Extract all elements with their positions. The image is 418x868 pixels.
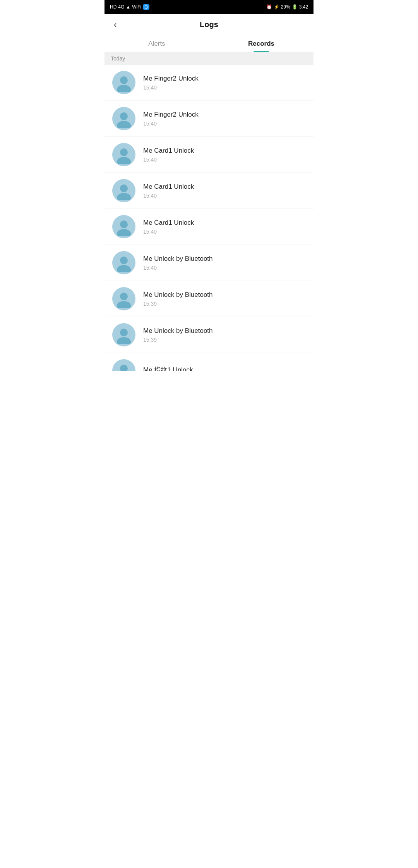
avatar <box>112 251 135 274</box>
svg-point-16 <box>120 365 128 372</box>
record-title: Me Card1 Unlock <box>143 147 306 155</box>
svg-point-0 <box>120 76 128 84</box>
list-item: Me Unlock by Bluetooth 15:39 <box>104 317 314 353</box>
record-list: Me Finger2 Unlock 15:40 Me Finger2 Unloc… <box>104 65 314 383</box>
list-item: Me Card1 Unlock 15:40 <box>104 137 314 173</box>
avatar <box>112 287 135 310</box>
svg-point-4 <box>120 148 128 156</box>
wifi-icon: WiFi <box>132 4 141 10</box>
record-title: Me Card1 Unlock <box>143 219 306 227</box>
svg-point-6 <box>120 184 128 192</box>
svg-point-10 <box>120 257 128 264</box>
list-item: Me Unlock by Bluetooth 15:40 <box>104 245 314 281</box>
svg-point-15 <box>117 337 131 344</box>
record-title: Me Card1 Unlock <box>143 183 306 191</box>
battery-icon: 🔋 <box>292 4 298 10</box>
record-title: Me 指纹1 Unlock <box>143 365 306 374</box>
avatar <box>112 215 135 238</box>
record-title: Me Unlock by Bluetooth <box>143 255 306 263</box>
battery-percent: 29% <box>281 4 290 10</box>
svg-point-13 <box>117 301 131 308</box>
svg-point-7 <box>117 193 131 200</box>
record-info: Me Card1 Unlock 15:40 <box>143 219 306 235</box>
search-app-icon: Q <box>143 4 149 10</box>
svg-point-9 <box>117 229 131 236</box>
record-time: 15:39 <box>143 301 306 307</box>
tab-records[interactable]: Records <box>209 40 314 52</box>
svg-point-8 <box>120 220 128 228</box>
svg-point-17 <box>117 373 131 380</box>
record-time: 15:40 <box>143 84 306 91</box>
tab-alerts[interactable]: Alerts <box>104 40 209 52</box>
record-info: Me Finger2 Unlock 15:40 <box>143 75 306 91</box>
svg-point-5 <box>117 157 131 164</box>
status-left: HD 4G ▲ WiFi Q <box>110 4 149 10</box>
record-info: Me Unlock by Bluetooth 15:39 <box>143 291 306 307</box>
record-info: Me Card1 Unlock 15:40 <box>143 183 306 199</box>
page-header: ‹ Logs <box>104 14 314 35</box>
record-time: 15:40 <box>143 229 306 235</box>
record-info: Me 指纹1 Unlock <box>143 365 306 376</box>
avatar <box>112 359 135 382</box>
clock: 3:42 <box>299 4 308 10</box>
list-item: Me 指纹1 Unlock <box>104 353 314 383</box>
network-badge: 4G <box>118 4 124 10</box>
avatar <box>112 107 135 130</box>
record-title: Me Unlock by Bluetooth <box>143 291 306 299</box>
record-info: Me Unlock by Bluetooth 15:40 <box>143 255 306 271</box>
svg-point-12 <box>120 293 128 300</box>
record-info: Me Unlock by Bluetooth 15:39 <box>143 327 306 343</box>
tab-bar: Alerts Records <box>104 35 314 52</box>
record-title: Me Unlock by Bluetooth <box>143 327 306 335</box>
list-item: Me Finger2 Unlock 15:40 <box>104 101 314 137</box>
record-title: Me Finger2 Unlock <box>143 111 306 119</box>
list-item: Me Card1 Unlock 15:40 <box>104 209 314 245</box>
record-time: 15:39 <box>143 337 306 343</box>
avatar <box>112 323 135 346</box>
hd-badge: HD <box>110 4 116 10</box>
alarm-icon: ⏰ <box>266 4 272 10</box>
record-time: 15:40 <box>143 265 306 271</box>
avatar <box>112 179 135 202</box>
back-button[interactable]: ‹ <box>112 18 118 31</box>
svg-point-1 <box>117 85 131 92</box>
list-item: Me Finger2 Unlock 15:40 <box>104 65 314 101</box>
list-item: Me Unlock by Bluetooth 15:39 <box>104 281 314 317</box>
status-right: ⏰ ⚡ 29% 🔋 3:42 <box>266 4 308 10</box>
svg-point-11 <box>117 265 131 272</box>
svg-point-14 <box>120 329 128 336</box>
bluetooth-icon: ⚡ <box>274 4 279 10</box>
record-title: Me Finger2 Unlock <box>143 75 306 83</box>
record-time: 15:40 <box>143 121 306 127</box>
section-header-today: Today <box>104 52 314 65</box>
page-title: Logs <box>200 20 218 29</box>
record-time: 15:40 <box>143 193 306 199</box>
record-info: Me Finger2 Unlock 15:40 <box>143 111 306 127</box>
svg-point-3 <box>117 121 131 128</box>
avatar <box>112 71 135 94</box>
svg-point-2 <box>120 112 128 120</box>
record-time: 15:40 <box>143 157 306 163</box>
status-bar: HD 4G ▲ WiFi Q ⏰ ⚡ 29% 🔋 3:42 <box>104 0 314 14</box>
signal-icon: ▲ <box>126 4 130 10</box>
avatar <box>112 143 135 166</box>
list-item: Me Card1 Unlock 15:40 <box>104 173 314 209</box>
record-info: Me Card1 Unlock 15:40 <box>143 147 306 163</box>
